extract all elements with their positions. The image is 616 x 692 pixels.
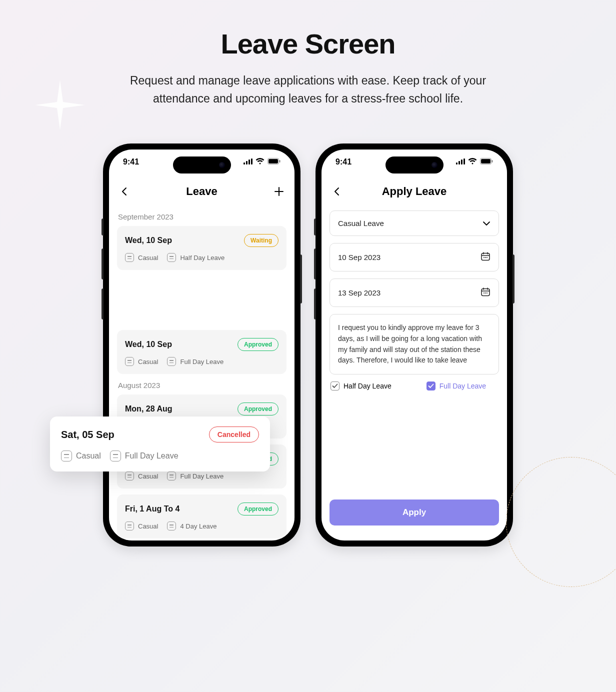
screen-title: Leave	[186, 185, 217, 198]
status-badge: Approved	[238, 402, 278, 416]
phone-apply-leave: 9:41 Apply Leave Casual Leave	[316, 144, 513, 546]
page-subtitle: Request and manage leave applications wi…	[103, 72, 513, 108]
svg-point-18	[484, 257, 484, 258]
svg-rect-14	[482, 254, 490, 260]
leave-duration: 4 Day Leave	[180, 522, 216, 530]
back-icon[interactable]	[330, 185, 344, 198]
dynamic-island	[386, 156, 444, 174]
back-icon[interactable]	[118, 185, 131, 198]
battery-icon	[268, 158, 280, 166]
from-date-value: 10 Sep 2023	[338, 253, 380, 262]
signal-icon	[244, 158, 252, 166]
wifi-icon	[256, 158, 264, 166]
svg-point-20	[486, 257, 488, 258]
status-badge: Approved	[238, 338, 278, 351]
status-time: 9:41	[336, 158, 352, 166]
status-badge: Waiting	[244, 234, 278, 247]
spacer	[485, 185, 498, 198]
leave-type: Casual	[138, 522, 158, 530]
checkbox-icon	[330, 382, 340, 390]
calendar-icon	[480, 287, 490, 298]
leave-card[interactable]: Wed, 10 Sep Approved Casual Full Day Lea…	[117, 330, 286, 374]
checkbox-icon	[426, 382, 436, 390]
battery-icon	[480, 158, 493, 166]
section-header: August 2023	[118, 381, 286, 390]
leave-type: Casual	[76, 452, 101, 460]
full-day-checkbox[interactable]: Full Day Leave	[426, 382, 486, 390]
leave-type: Casual	[138, 472, 158, 480]
leave-card[interactable]: Wed, 10 Sep Waiting Casual Half Day Leav…	[117, 226, 286, 270]
add-icon[interactable]	[272, 185, 286, 198]
leave-duration: Full Day Leave	[180, 358, 224, 366]
svg-point-19	[485, 257, 486, 258]
svg-rect-12	[481, 159, 490, 164]
status-badge: Cancelled	[209, 426, 259, 442]
svg-rect-9	[461, 160, 462, 164]
svg-rect-2	[248, 160, 250, 164]
leave-duration: Full Day Leave	[125, 452, 178, 460]
reason-textarea[interactable]: I request you to kindly approve my leave…	[330, 314, 499, 374]
to-date-value: 13 Sep 2023	[338, 288, 380, 297]
list-icon	[61, 450, 72, 462]
list-icon	[125, 253, 134, 262]
section-header: September 2023	[118, 212, 286, 221]
floating-leave-card[interactable]: Sat, 05 Sep Cancelled Casual Full Day Le…	[50, 416, 270, 472]
list-icon	[167, 522, 176, 530]
leave-card[interactable]: Fri, 1 Aug To 4 Approved Casual 4 Day Le…	[117, 494, 286, 538]
from-date-field[interactable]: 10 Sep 2023	[330, 243, 499, 272]
leave-date: Sat, 05 Sep	[61, 429, 114, 440]
calendar-icon	[480, 252, 490, 263]
list-icon	[125, 472, 134, 480]
leave-date: Wed, 10 Sep	[125, 340, 172, 349]
leave-type-dropdown[interactable]: Casual Leave	[330, 210, 499, 236]
full-day-label: Full Day Leave	[440, 382, 486, 390]
svg-point-27	[486, 292, 488, 294]
phone-leave-list: 9:41 Leave September 2023	[103, 144, 300, 546]
status-badge: Approved	[238, 502, 278, 516]
svg-rect-0	[244, 162, 245, 164]
status-time: 9:41	[123, 158, 139, 166]
list-icon	[110, 450, 121, 462]
list-icon	[125, 522, 134, 530]
leave-duration: Full Day Leave	[180, 472, 224, 480]
svg-rect-5	[268, 159, 278, 164]
svg-rect-21	[482, 289, 490, 296]
screen-title: Apply Leave	[382, 185, 447, 198]
svg-rect-10	[464, 158, 465, 164]
svg-point-25	[484, 292, 484, 294]
svg-point-26	[485, 292, 486, 294]
half-day-label: Half Day Leave	[344, 382, 392, 390]
svg-rect-13	[492, 160, 493, 162]
leave-date: Mon, 28 Aug	[125, 404, 172, 414]
svg-rect-8	[458, 161, 460, 164]
svg-rect-7	[456, 162, 458, 164]
svg-rect-1	[246, 161, 248, 164]
leave-date: Wed, 10 Sep	[125, 236, 172, 245]
list-icon	[167, 253, 176, 262]
svg-rect-6	[280, 160, 280, 162]
leave-type-value: Casual Leave	[338, 219, 384, 228]
list-icon	[167, 472, 176, 480]
half-day-checkbox[interactable]: Half Day Leave	[330, 382, 392, 390]
dynamic-island	[173, 156, 231, 174]
list-icon	[125, 357, 134, 366]
leave-type: Casual	[138, 358, 158, 366]
chevron-down-icon	[482, 219, 490, 228]
leave-type: Casual	[138, 254, 158, 262]
leave-date: Fri, 1 Aug To 4	[125, 504, 180, 514]
wifi-icon	[468, 158, 477, 166]
svg-rect-3	[251, 158, 252, 164]
signal-icon	[456, 158, 465, 166]
leave-duration: Half Day Leave	[180, 254, 224, 262]
to-date-field[interactable]: 13 Sep 2023	[330, 278, 499, 307]
page-title: Leave Screen	[0, 28, 616, 60]
apply-button[interactable]: Apply	[330, 500, 499, 526]
list-icon	[167, 357, 176, 366]
